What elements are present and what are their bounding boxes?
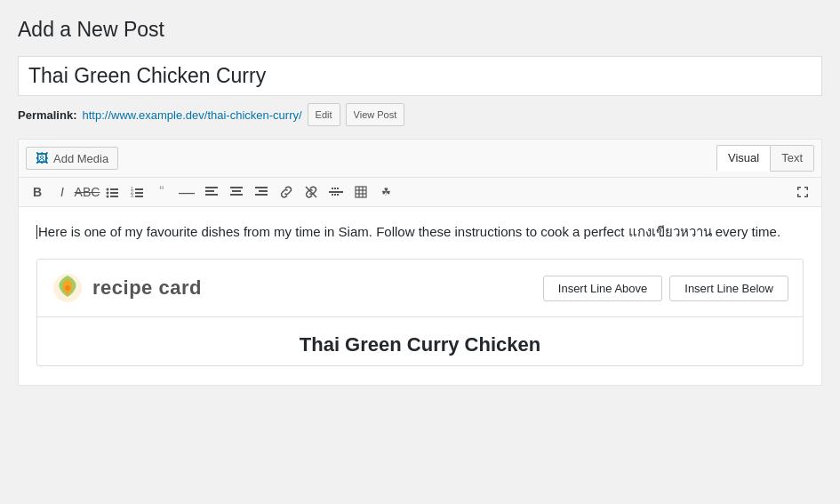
svg-text:3.: 3. bbox=[131, 193, 134, 198]
add-media-button[interactable]: 🖼 Add Media bbox=[26, 147, 118, 170]
svg-rect-25 bbox=[337, 188, 339, 189]
svg-point-4 bbox=[107, 196, 109, 198]
permalink-edit-button[interactable]: Edit bbox=[308, 103, 340, 126]
toolbar-special-button[interactable]: ☘ bbox=[374, 181, 397, 203]
editor-toolbar: B I ABC 1.2.3. “ — bbox=[19, 178, 821, 207]
svg-rect-12 bbox=[205, 187, 218, 188]
svg-rect-29 bbox=[356, 187, 366, 197]
recipe-card-block: recipe card Insert Line Above Insert Lin… bbox=[36, 259, 804, 366]
toolbar-fullscreen-button[interactable] bbox=[791, 181, 814, 203]
toolbar-unordered-list-button[interactable] bbox=[100, 181, 124, 203]
svg-rect-26 bbox=[332, 194, 333, 196]
recipe-card-brand: recipe card bbox=[52, 272, 202, 304]
recipe-card-title: Thai Green Curry Chicken bbox=[37, 317, 803, 365]
page-title: Add a New Post bbox=[18, 18, 822, 42]
toolbar-table-button[interactable] bbox=[349, 181, 372, 203]
svg-point-35 bbox=[65, 285, 70, 291]
svg-rect-3 bbox=[110, 192, 118, 194]
svg-rect-13 bbox=[205, 190, 214, 192]
svg-rect-22 bbox=[329, 191, 343, 193]
editor-top-bar: 🖼 Add Media Visual Text bbox=[19, 140, 821, 178]
permalink-url[interactable]: http://www.example.dev/thai-chicken-curr… bbox=[82, 108, 301, 122]
svg-rect-16 bbox=[232, 190, 241, 192]
permalink-label: Permalink: bbox=[18, 108, 76, 122]
svg-rect-9 bbox=[135, 192, 143, 194]
svg-rect-1 bbox=[110, 188, 118, 190]
view-tabs: Visual Text bbox=[716, 145, 814, 172]
svg-rect-24 bbox=[334, 188, 336, 189]
add-media-icon: 🖼 bbox=[36, 151, 48, 165]
tab-visual[interactable]: Visual bbox=[716, 145, 770, 172]
toolbar-align-left-button[interactable] bbox=[200, 181, 223, 203]
insert-line-below-button[interactable]: Insert Line Below bbox=[669, 276, 788, 301]
permalink-row: Permalink: http://www.example.dev/thai-c… bbox=[18, 103, 822, 126]
toolbar-blockquote-button[interactable]: “ bbox=[150, 181, 173, 203]
recipe-card-actions: Insert Line Above Insert Line Below bbox=[543, 276, 788, 301]
svg-rect-15 bbox=[230, 187, 243, 188]
svg-point-2 bbox=[107, 192, 109, 195]
svg-rect-7 bbox=[135, 188, 143, 190]
tab-text[interactable]: Text bbox=[770, 145, 814, 172]
toolbar-bold-button[interactable]: B bbox=[26, 181, 49, 203]
recipe-card-label: recipe card bbox=[92, 276, 202, 300]
toolbar-ordered-list-button[interactable]: 1.2.3. bbox=[125, 181, 148, 203]
svg-rect-11 bbox=[135, 196, 143, 197]
svg-rect-27 bbox=[334, 194, 336, 196]
svg-rect-28 bbox=[337, 194, 339, 196]
insert-line-above-button[interactable]: Insert Line Above bbox=[543, 276, 662, 301]
editor-content[interactable]: Here is one of my favourite dishes from … bbox=[36, 221, 804, 243]
post-title-input[interactable] bbox=[18, 56, 822, 96]
toolbar-link-button[interactable] bbox=[275, 181, 298, 203]
toolbar-unlink-button[interactable] bbox=[300, 181, 323, 203]
svg-rect-14 bbox=[205, 194, 218, 196]
svg-rect-18 bbox=[255, 187, 268, 188]
editor-container: 🖼 Add Media Visual Text B I ABC 1.2.3. “… bbox=[18, 139, 822, 386]
svg-rect-20 bbox=[255, 194, 268, 196]
toolbar-strikethrough-button[interactable]: ABC bbox=[76, 181, 99, 203]
text-cursor bbox=[36, 225, 37, 239]
svg-rect-19 bbox=[259, 190, 268, 192]
svg-rect-23 bbox=[332, 188, 333, 189]
permalink-view-button[interactable]: View Post bbox=[346, 103, 405, 126]
recipe-card-header: recipe card Insert Line Above Insert Lin… bbox=[37, 260, 803, 316]
recipe-card-icon bbox=[52, 272, 84, 304]
toolbar-italic-button[interactable]: I bbox=[51, 181, 74, 203]
add-media-label: Add Media bbox=[53, 152, 108, 165]
toolbar-align-center-button[interactable] bbox=[225, 181, 248, 203]
toolbar-align-right-button[interactable] bbox=[250, 181, 273, 203]
svg-rect-17 bbox=[230, 194, 243, 196]
editor-body[interactable]: Here is one of my favourite dishes from … bbox=[19, 207, 821, 385]
toolbar-insert-more-button[interactable] bbox=[324, 181, 348, 203]
svg-point-0 bbox=[107, 188, 109, 191]
svg-rect-5 bbox=[110, 196, 118, 197]
toolbar-hr-button[interactable]: — bbox=[175, 181, 198, 203]
